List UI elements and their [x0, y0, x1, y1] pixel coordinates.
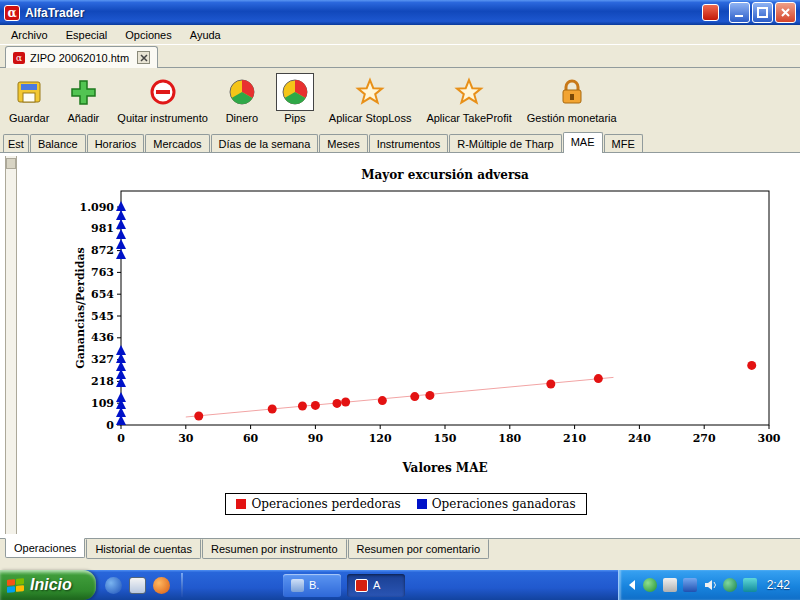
svg-text:872: 872 [91, 244, 114, 257]
tab-r-multiple-de-tharp[interactable]: R-Múltiple de Tharp [449, 134, 561, 153]
document-icon: α [13, 52, 25, 64]
takeprofit-star-icon [450, 73, 488, 111]
legend-label: Operaciones ganadoras [432, 497, 576, 511]
toolbar-button-guardar[interactable]: Guardar [6, 72, 52, 125]
svg-text:654: 654 [91, 288, 114, 301]
tab-balance[interactable]: Balance [30, 134, 86, 153]
close-icon [780, 7, 791, 18]
taskbar-clock: 2:42 [767, 578, 790, 592]
toolbar-button-gestion-monetaria[interactable]: Gestión monetaria [524, 72, 620, 125]
task-label: A [373, 579, 380, 591]
document-tab-label: ZIPO 20062010.htm [30, 52, 129, 64]
minimize-button[interactable] [729, 2, 750, 23]
tray-icon-1[interactable] [643, 578, 657, 592]
start-button[interactable]: Inicio [0, 570, 96, 600]
quicklaunch-icon-1[interactable] [105, 577, 122, 594]
red-indicator-icon[interactable] [702, 4, 719, 21]
document-tab-close-button[interactable] [137, 51, 150, 64]
task-icon [355, 579, 368, 592]
tray-icon-5[interactable] [723, 578, 737, 592]
menubar: Archivo Especial Opciones Ayuda [0, 25, 800, 45]
svg-text:327: 327 [91, 353, 114, 366]
toolbar-label: Pips [284, 112, 305, 124]
tab-horarios[interactable]: Horarios [87, 134, 145, 153]
toolbar-label: Dinero [226, 112, 258, 124]
toolbar-button-pips[interactable]: Pips [273, 72, 317, 125]
taskbar-task-button-alfatrader[interactable]: A [347, 574, 405, 597]
close-button[interactable] [775, 2, 796, 23]
legend-label: Operaciones perdedoras [251, 497, 400, 511]
svg-text:545: 545 [91, 310, 114, 323]
toolbar-label: Aplicar TakeProfit [426, 112, 511, 124]
toolbar-button-aplicar-stoploss[interactable]: Aplicar StopLoss [326, 72, 415, 125]
quicklaunch-icon-3[interactable] [153, 577, 170, 594]
tab-est[interactable]: Est [3, 134, 29, 153]
svg-text:240: 240 [628, 432, 651, 445]
scrollbar-thumb[interactable] [6, 158, 16, 169]
svg-text:Mayor excursión adversa: Mayor excursión adversa [361, 168, 529, 182]
bottom-tab-operaciones[interactable]: Operaciones [5, 538, 85, 558]
save-icon [10, 73, 48, 111]
system-tray: 2:42 [618, 570, 800, 600]
menu-ayuda[interactable]: Ayuda [181, 26, 230, 44]
svg-text:218: 218 [91, 375, 114, 388]
taskbar: Inicio B. A 2:42 [0, 570, 800, 600]
svg-text:300: 300 [758, 432, 781, 445]
tray-expand-icon[interactable] [629, 580, 635, 590]
maximize-button[interactable] [752, 2, 773, 23]
legend-swatch-blue [417, 499, 427, 509]
lock-icon [553, 73, 591, 111]
menu-especial[interactable]: Especial [57, 26, 117, 44]
bottom-tab-resumen-por-instrumento[interactable]: Resumen por instrumento [202, 539, 347, 559]
view-tab-strip: Est Balance Horarios Mercados Días de la… [0, 132, 800, 153]
task-label: B. [309, 579, 319, 591]
toolbar-button-dinero[interactable]: Dinero [220, 72, 264, 125]
tray-icon-6[interactable] [743, 578, 757, 592]
titlebar: α AlfaTrader [0, 0, 800, 25]
toolbar-label: Añadir [67, 112, 99, 124]
tray-icon-3[interactable] [683, 578, 697, 592]
svg-text:0: 0 [117, 432, 125, 445]
svg-text:270: 270 [693, 432, 716, 445]
tab-instrumentos[interactable]: Instrumentos [369, 134, 449, 153]
app-logo-icon: α [4, 5, 20, 21]
bottom-tab-historial-de-cuentas[interactable]: Historial de cuentas [86, 539, 201, 559]
bottom-tab-resumen-por-comentario[interactable]: Resumen por comentario [348, 539, 490, 559]
svg-text:981: 981 [91, 222, 114, 235]
menu-archivo[interactable]: Archivo [2, 26, 57, 44]
legend-entry-perdedoras: Operaciones perdedoras [236, 497, 400, 511]
tab-mercados[interactable]: Mercados [145, 134, 209, 153]
windows-logo-icon [7, 578, 24, 593]
svg-text:436: 436 [91, 331, 114, 344]
volume-icon[interactable] [703, 578, 717, 592]
toolbar-label: Quitar instrumento [117, 112, 207, 124]
toolbar-label: Gestión monetaria [527, 112, 617, 124]
toolbar-button-aplicar-takeprofit[interactable]: Aplicar TakeProfit [423, 72, 514, 125]
svg-text:0: 0 [106, 419, 114, 432]
tab-dias-de-la-semana[interactable]: Días de la semana [211, 134, 319, 153]
window-controls [702, 2, 796, 23]
close-icon [140, 54, 148, 62]
menu-opciones[interactable]: Opciones [116, 26, 180, 44]
add-icon [64, 73, 102, 111]
svg-text:Ganancias/Perdidas: Ganancias/Perdidas [74, 247, 87, 369]
maximize-icon [757, 7, 768, 18]
tab-meses[interactable]: Meses [319, 134, 367, 153]
toolbar-button-quitar-instrumento[interactable]: Quitar instrumento [114, 72, 210, 125]
document-tab[interactable]: α ZIPO 20062010.htm [5, 46, 158, 68]
legend-swatch-red [236, 499, 246, 509]
toolbar-button-anadir[interactable]: Añadir [61, 72, 105, 125]
legend-entry-ganadoras: Operaciones ganadoras [417, 497, 576, 511]
document-tab-bar: α ZIPO 20062010.htm [0, 45, 800, 68]
tab-mfe[interactable]: MFE [604, 134, 643, 153]
pips-pie-icon [276, 73, 314, 111]
svg-text:180: 180 [498, 432, 521, 445]
tray-icon-2[interactable] [663, 578, 677, 592]
svg-text:60: 60 [243, 432, 259, 445]
taskbar-task-button-b[interactable]: B. [283, 574, 341, 597]
tab-mae[interactable]: MAE [563, 132, 603, 153]
left-panel-scrollbar[interactable] [5, 156, 17, 534]
quicklaunch-icon-2[interactable] [129, 577, 146, 594]
taskbar-divider [181, 573, 183, 597]
chart-panel: Mayor excursión adversaGanancias/Perdida… [0, 152, 800, 538]
